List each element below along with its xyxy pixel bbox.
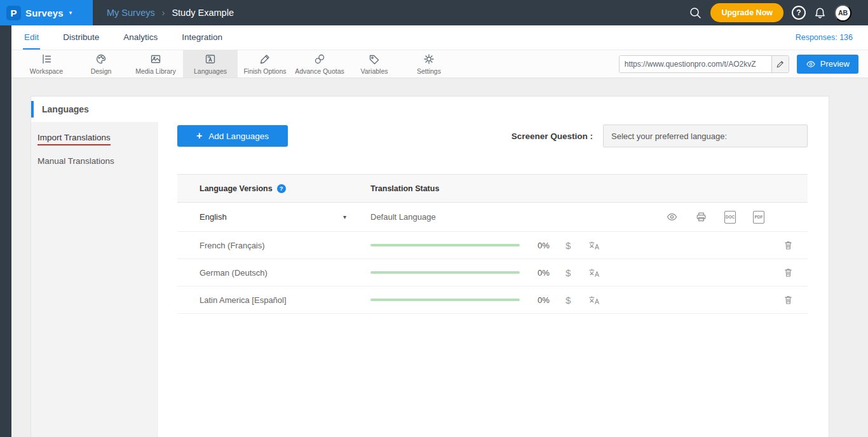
translation-progress-bar xyxy=(370,244,520,246)
translation-status-header: Translation Status xyxy=(370,184,439,193)
language-name: Latin America [Español] xyxy=(177,295,370,305)
toolbar-right-group: Preview xyxy=(619,50,868,77)
add-languages-button[interactable]: + Add Languages xyxy=(177,125,288,147)
media-library-icon xyxy=(149,53,162,65)
translate-icon xyxy=(588,267,600,278)
delete-language-button[interactable] xyxy=(783,294,794,306)
finish-options-icon xyxy=(259,53,271,65)
printer-icon xyxy=(695,211,707,223)
advance-quotas-icon xyxy=(313,53,326,65)
survey-url-box xyxy=(619,55,789,73)
search-button[interactable] xyxy=(689,6,702,20)
settings-gear-icon xyxy=(423,53,435,65)
language-row: French (Français) 0% $ xyxy=(177,232,808,259)
auto-translate-button[interactable] xyxy=(588,295,600,306)
table-header-row: Language Versions ? Translation Status xyxy=(177,174,808,203)
chevron-down-icon: ▾ xyxy=(69,10,72,16)
toolbar-item-languages[interactable]: Languages xyxy=(183,50,238,77)
professional-translation-button[interactable]: $ xyxy=(566,295,571,306)
languages-panel: + Add Languages Screener Question : Sele… xyxy=(158,122,829,437)
professional-translation-button[interactable]: $ xyxy=(566,267,571,278)
toolbar-item-advance-quotas[interactable]: Advance Quotas xyxy=(292,50,347,77)
search-icon xyxy=(689,6,702,20)
design-palette-icon xyxy=(95,53,107,65)
language-name: French (Français) xyxy=(177,241,370,250)
screener-question-select[interactable]: Select your preferred language: xyxy=(603,124,808,147)
survey-section-tabs: Edit Distribute Analytics Integration Re… xyxy=(11,25,868,50)
trash-icon xyxy=(783,294,794,306)
product-switcher[interactable]: P Surveys ▾ xyxy=(0,0,93,25)
translate-icon xyxy=(588,295,600,306)
translation-percent: 0% xyxy=(538,268,557,278)
languages-card: Languages Import Translations Manual Tra… xyxy=(31,96,829,437)
languages-icon xyxy=(204,53,217,65)
responses-count[interactable]: Responses: 136 xyxy=(796,33,853,42)
toolbar-item-finish-options[interactable]: Finish Options xyxy=(238,50,292,77)
help-button[interactable]: ? xyxy=(792,6,806,20)
translation-progress-bar xyxy=(370,299,520,301)
language-row: Latin America [Español] 0% $ xyxy=(177,286,808,314)
toolbar-item-variables[interactable]: Variables xyxy=(347,50,402,77)
collapsed-side-rail xyxy=(0,25,11,437)
language-versions-table: Language Versions ? Translation Status E… xyxy=(177,174,808,314)
accent-bar xyxy=(31,101,34,118)
user-avatar[interactable]: AB xyxy=(834,4,851,22)
page-title: Languages xyxy=(42,104,89,114)
survey-url-input[interactable] xyxy=(620,56,771,72)
translation-percent: 0% xyxy=(538,295,557,305)
tab-distribute[interactable]: Distribute xyxy=(62,25,100,50)
export-actions: DOC PDF xyxy=(666,211,764,224)
tab-analytics[interactable]: Analytics xyxy=(122,25,159,50)
trash-icon xyxy=(783,267,794,278)
toolbar-item-workspace[interactable]: Workspace xyxy=(19,50,74,77)
questionpro-logo: P xyxy=(6,6,21,20)
card-header: Languages xyxy=(31,97,829,122)
menu-item-import-translations[interactable]: Import Translations xyxy=(31,126,158,149)
translation-percent: 0% xyxy=(538,241,557,250)
tab-integration[interactable]: Integration xyxy=(180,25,224,50)
plus-icon: + xyxy=(196,131,202,141)
toolbar-item-design[interactable]: Design xyxy=(74,50,128,77)
professional-translation-button[interactable]: $ xyxy=(566,240,571,251)
chevron-right-icon: › xyxy=(162,8,165,18)
translate-icon xyxy=(588,240,600,251)
trash-icon xyxy=(783,239,794,251)
upgrade-now-button[interactable]: Upgrade Now xyxy=(710,3,783,22)
screener-question-label: Screener Question : xyxy=(512,131,593,141)
eye-icon xyxy=(666,211,678,223)
breadcrumb: My Surveys › Study Example xyxy=(107,8,234,18)
export-pdf-button[interactable]: PDF xyxy=(753,211,764,224)
export-doc-button[interactable]: DOC xyxy=(724,211,736,224)
edit-url-button[interactable] xyxy=(771,56,789,72)
default-language-name: English xyxy=(200,212,227,222)
top-navbar: P Surveys ▾ My Surveys › Study Example U… xyxy=(0,0,868,25)
workspace-icon xyxy=(40,53,53,65)
translation-progress-bar xyxy=(370,271,520,274)
chevron-down-icon[interactable]: ▾ xyxy=(343,213,346,220)
product-name: Surveys xyxy=(25,8,64,18)
translation-rows: French (Français) 0% $ xyxy=(177,232,808,314)
breadcrumb-current-survey: Study Example xyxy=(172,8,234,18)
print-survey-button[interactable] xyxy=(695,211,707,223)
tab-edit[interactable]: Edit xyxy=(23,25,40,50)
language-versions-header: Language Versions xyxy=(200,184,273,193)
default-language-status: Default Language xyxy=(370,212,436,222)
toolbar-item-media-library[interactable]: Media Library xyxy=(128,50,183,77)
delete-language-button[interactable] xyxy=(783,239,794,251)
pencil-icon xyxy=(776,60,785,69)
help-tooltip-icon[interactable]: ? xyxy=(277,184,286,193)
variables-tag-icon xyxy=(368,53,381,65)
auto-translate-button[interactable] xyxy=(588,267,600,278)
breadcrumb-my-surveys[interactable]: My Surveys xyxy=(107,8,155,18)
view-survey-button[interactable] xyxy=(666,211,678,223)
delete-language-button[interactable] xyxy=(783,267,794,278)
preview-button[interactable]: Preview xyxy=(797,55,858,74)
languages-side-menu: Import Translations Manual Translations xyxy=(31,122,158,437)
auto-translate-button[interactable] xyxy=(588,240,600,251)
toolbar-item-settings[interactable]: Settings xyxy=(402,50,456,77)
language-name: German (Deutsch) xyxy=(177,268,370,278)
notifications-button[interactable] xyxy=(814,7,826,19)
bell-icon xyxy=(814,7,826,19)
edit-toolbar: Workspace Design Media Library Languages… xyxy=(11,50,868,78)
menu-item-manual-translations[interactable]: Manual Translations xyxy=(31,149,158,173)
